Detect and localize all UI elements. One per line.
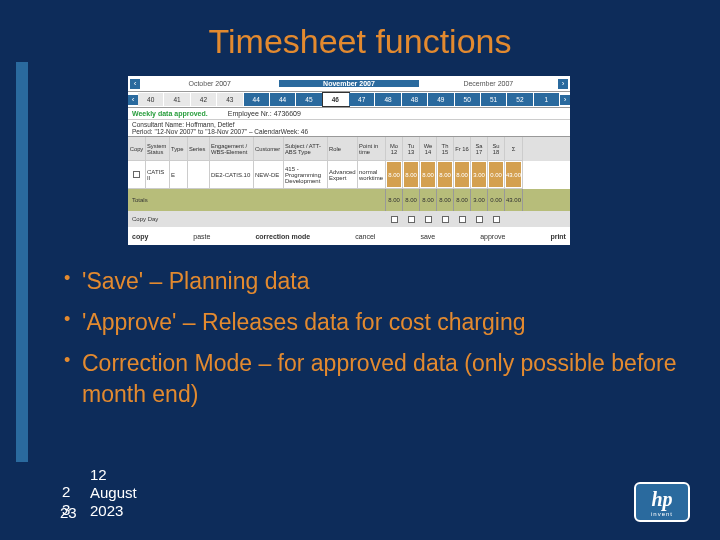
prev-month-icon[interactable]: ‹: [130, 79, 140, 89]
totals-val: 8.00: [403, 189, 420, 211]
row-pit: normal worktime: [358, 161, 386, 189]
copy-day-row: Copy Day: [128, 211, 570, 227]
prev-week-icon[interactable]: ‹: [128, 95, 138, 105]
hdr-role: Role: [328, 137, 358, 161]
hp-logo: hp invent: [634, 482, 690, 522]
hdr-system: System Status: [146, 137, 170, 161]
copyday-cb[interactable]: [488, 211, 505, 227]
totals-val: 3.00: [471, 189, 488, 211]
totals-label: Totals: [128, 189, 386, 211]
slide-number-col: 23: [62, 483, 70, 521]
next-month-icon[interactable]: ›: [558, 79, 568, 89]
copyday-cb[interactable]: [471, 211, 488, 227]
month-next[interactable]: December 2007: [419, 80, 558, 87]
save-button[interactable]: save: [420, 233, 435, 240]
status-text: Weekly data approved.: [132, 110, 208, 117]
print-button[interactable]: print: [550, 233, 566, 240]
month-nav: ‹ October 2007 November 2007 December 20…: [128, 76, 570, 92]
week-cell[interactable]: 42: [191, 93, 217, 106]
copyday-cb[interactable]: [420, 211, 437, 227]
hdr-day: Sa 17: [471, 137, 488, 161]
hdr-type: Type: [170, 137, 188, 161]
logo-subtext: invent: [651, 511, 673, 517]
next-week-icon[interactable]: ›: [560, 95, 570, 105]
row-val[interactable]: 8.00: [386, 161, 403, 189]
copyday-cb[interactable]: [437, 211, 454, 227]
hdr-day: Fr 16: [454, 137, 471, 161]
approve-button[interactable]: approve: [480, 233, 505, 240]
totals-row: Totals 8.00 8.00 8.00 8.00 8.00 3.00 0.0…: [128, 189, 570, 211]
copyday-cb[interactable]: [454, 211, 471, 227]
timesheet-grid: Copy System Status Type Series Engagemen…: [128, 137, 570, 189]
row-type: E: [170, 161, 188, 189]
week-cell[interactable]: 44: [270, 93, 296, 106]
hdr-day: Tu 13: [403, 137, 420, 161]
week-cell[interactable]: 48: [402, 93, 428, 106]
week-cell[interactable]: 47: [349, 93, 375, 106]
week-cell[interactable]: 49: [428, 93, 454, 106]
month-current[interactable]: November 2007: [279, 80, 418, 87]
copy-button[interactable]: copy: [132, 233, 148, 240]
week-cell[interactable]: 1: [534, 93, 560, 106]
totals-val: 8.00: [420, 189, 437, 211]
action-bar: copy paste correction mode cancel save a…: [128, 227, 570, 245]
accent-bar: [16, 62, 28, 462]
week-cell[interactable]: 40: [138, 93, 164, 106]
totals-sum: 43.00: [505, 189, 523, 211]
footer-date: 12 August 2023: [90, 466, 137, 520]
row-val[interactable]: 8.00: [420, 161, 437, 189]
row-val[interactable]: 8.00: [454, 161, 471, 189]
hdr-sum: Σ: [505, 137, 523, 161]
hdr-copy: Copy: [128, 137, 146, 161]
copyday-cb[interactable]: [386, 211, 403, 227]
copyday-cb[interactable]: [403, 211, 420, 227]
cancel-button[interactable]: cancel: [355, 233, 375, 240]
week-cell[interactable]: 43: [217, 93, 243, 106]
week-cell[interactable]: 41: [164, 93, 190, 106]
row-val[interactable]: 0.00: [488, 161, 505, 189]
week-nav: ‹ 40 41 42 43 44 44 45 46 47 48 48 49 50…: [128, 92, 570, 108]
period-text: Period: "12-Nov 2007" to "18-Nov 2007" –…: [132, 128, 566, 135]
row-val[interactable]: 8.00: [403, 161, 420, 189]
slide-title: Timesheet functions: [0, 22, 720, 61]
grid-header: Copy System Status Type Series Engagemen…: [128, 137, 570, 161]
row-customer: NEW-DE: [254, 161, 284, 189]
row-val[interactable]: 3.00: [471, 161, 488, 189]
bullet-list: 'Save' – Planning data 'Approve' – Relea…: [60, 266, 680, 420]
week-cell[interactable]: 45: [296, 93, 322, 106]
hdr-pointintime: Point in time: [358, 137, 386, 161]
month-prev[interactable]: October 2007: [140, 80, 279, 87]
hdr-day: Su 18: [488, 137, 505, 161]
hdr-subject: Subject / ATT-ABS Type: [284, 137, 328, 161]
hdr-series: Series: [188, 137, 210, 161]
week-cell[interactable]: 48: [375, 93, 401, 106]
week-cell[interactable]: 44: [244, 93, 270, 106]
row-subject: 415 - Programming Development: [284, 161, 328, 189]
week-cell[interactable]: 50: [455, 93, 481, 106]
status-row: Weekly data approved. Employee Nr.: 4736…: [128, 108, 570, 120]
period-row: Consultant Name: Hoffmann, Detlef Period…: [128, 120, 570, 137]
totals-val: 8.00: [386, 189, 403, 211]
totals-val: 8.00: [437, 189, 454, 211]
hdr-customer: Customer: [254, 137, 284, 161]
totals-val: 8.00: [454, 189, 471, 211]
paste-button[interactable]: paste: [193, 233, 210, 240]
hdr-day: We 14: [420, 137, 437, 161]
copy-day-label: Copy Day: [128, 211, 386, 227]
row-role: Advanced Expert: [328, 161, 358, 189]
row-series: [188, 161, 210, 189]
row-val[interactable]: 8.00: [437, 161, 454, 189]
correction-mode-button[interactable]: correction mode: [255, 233, 310, 240]
hdr-day: Mo 12: [386, 137, 403, 161]
week-cell-selected[interactable]: 46: [323, 93, 349, 106]
week-cell[interactable]: 52: [507, 93, 533, 106]
row-copy-checkbox[interactable]: [128, 161, 146, 189]
row-system: CATIS II: [146, 161, 170, 189]
bullet-item: 'Save' – Planning data: [60, 266, 680, 297]
row-sum: 43.00: [505, 161, 523, 189]
row-engagement: DE2-CATIS.10: [210, 161, 254, 189]
week-cell[interactable]: 51: [481, 93, 507, 106]
logo-text: hp: [651, 488, 672, 511]
totals-val: 0.00: [488, 189, 505, 211]
bullet-item: Correction Mode – for approved data (onl…: [60, 348, 680, 410]
